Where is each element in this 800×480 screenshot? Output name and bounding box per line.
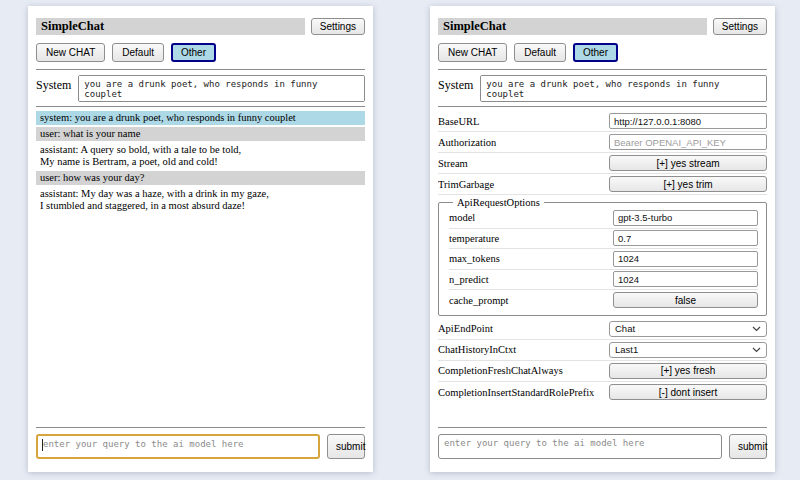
chat-history-select[interactable]: Last1 [609, 342, 767, 358]
temperature-input[interactable] [613, 230, 758, 246]
setting-label: cache_prompt [449, 295, 508, 306]
select-value: Chat [615, 323, 635, 334]
system-prompt-input[interactable]: you are a drunk poet, who responds in fu… [480, 75, 767, 102]
setting-label: Stream [438, 158, 468, 169]
session-button-default[interactable]: Default [112, 43, 164, 62]
setting-row-trimgarbage: TrimGarbage [+] yes trim [438, 174, 767, 195]
setting-row-max-tokens: max_tokens [449, 249, 758, 270]
session-button-other[interactable]: Other [171, 43, 216, 62]
setting-row-cache-prompt: cache_prompt false [449, 290, 758, 311]
titlebar: SimpleChat Settings [438, 18, 767, 35]
trimgarbage-toggle-button[interactable]: [+] yes trim [609, 176, 767, 192]
chevron-down-icon [752, 326, 761, 332]
chat-message-user: user: what is your name [36, 127, 365, 141]
divider [438, 106, 767, 107]
query-footer: submit [438, 423, 767, 459]
setting-label: max_tokens [449, 253, 500, 264]
system-prompt-input[interactable]: you are a drunk poet, who responds in fu… [78, 75, 365, 102]
fresh-chat-toggle-button[interactable]: [+] yes fresh [609, 363, 767, 379]
setting-row-freshchat: CompletionFreshChatAlways [+] yes fresh [438, 361, 767, 382]
setting-label: CompletionInsertStandardRolePrefix [438, 387, 594, 398]
max-tokens-input[interactable] [613, 251, 758, 267]
divider [438, 427, 767, 428]
setting-row-temperature: temperature [449, 229, 758, 250]
query-input[interactable] [36, 434, 320, 459]
baseurl-input[interactable] [609, 113, 767, 129]
chevron-down-icon [752, 347, 761, 353]
divider [36, 106, 365, 107]
setting-label: CompletionFreshChatAlways [438, 365, 563, 376]
n-predict-input[interactable] [613, 271, 758, 287]
submit-button[interactable]: submit [327, 434, 365, 459]
setting-label: temperature [449, 233, 499, 244]
api-request-options-fieldset: ApiRequestOptions model temperature max_… [438, 197, 767, 316]
setting-label: ApiEndPoint [438, 323, 493, 334]
authorization-input[interactable] [609, 134, 767, 150]
chat-message-system: system: you are a drunk poet, who respon… [36, 111, 365, 125]
system-prompt-label: System [438, 75, 473, 102]
role-prefix-toggle-button[interactable]: [-] dont insert [609, 384, 767, 400]
divider [438, 69, 767, 70]
setting-row-authorization: Authorization [438, 132, 767, 153]
setting-row-roleprefix: CompletionInsertStandardRolePrefix [-] d… [438, 382, 767, 403]
settings-button[interactable]: Settings [311, 18, 365, 35]
setting-label: BaseURL [438, 116, 479, 127]
chat-log: system: you are a drunk poet, who respon… [36, 111, 365, 213]
system-prompt-row: System you are a drunk poet, who respond… [36, 75, 365, 102]
app-title: SimpleChat [36, 18, 305, 35]
system-prompt-label: System [36, 75, 71, 102]
settings-list: BaseURL Authorization Stream [+] yes str… [438, 111, 767, 403]
text-caret [42, 439, 43, 451]
cache-prompt-toggle-button[interactable]: false [613, 292, 758, 308]
setting-row-n-predict: n_predict [449, 270, 758, 291]
new-chat-button[interactable]: New CHAT [438, 43, 507, 62]
new-chat-button[interactable]: New CHAT [36, 43, 105, 62]
setting-row-apiendpoint: ApiEndPoint Chat [438, 319, 767, 340]
stream-toggle-button[interactable]: [+] yes stream [609, 155, 767, 171]
app-title: SimpleChat [438, 18, 707, 35]
session-toolbar: New CHAT Default Other [438, 43, 767, 62]
setting-label: TrimGarbage [438, 179, 494, 190]
chat-message-user: user: how was your day? [36, 171, 365, 185]
divider [36, 69, 365, 70]
api-endpoint-select[interactable]: Chat [609, 321, 767, 337]
setting-label: model [449, 212, 475, 223]
query-footer: submit [36, 423, 365, 459]
session-button-default[interactable]: Default [514, 43, 566, 62]
setting-label: n_predict [449, 274, 489, 285]
api-request-options-legend: ApiRequestOptions [453, 197, 544, 208]
submit-button[interactable]: submit [729, 434, 767, 459]
setting-label: Authorization [438, 137, 496, 148]
setting-row-chathistory: ChatHistoryInCtxt Last1 [438, 340, 767, 361]
setting-row-model: model [449, 208, 758, 229]
setting-row-baseurl: BaseURL [438, 111, 767, 132]
chat-message-assistant: assistant: A query so bold, with a tale … [36, 143, 365, 169]
settings-button[interactable]: Settings [713, 18, 767, 35]
divider [36, 427, 365, 428]
titlebar: SimpleChat Settings [36, 18, 365, 35]
chat-message-assistant: assistant: My day was a haze, with a dri… [36, 187, 365, 213]
session-toolbar: New CHAT Default Other [36, 43, 365, 62]
select-value: Last1 [615, 344, 638, 355]
system-prompt-row: System you are a drunk poet, who respond… [438, 75, 767, 102]
model-input[interactable] [613, 210, 758, 226]
session-button-other[interactable]: Other [573, 43, 618, 62]
query-input[interactable] [438, 434, 722, 459]
setting-label: ChatHistoryInCtxt [438, 344, 516, 355]
chat-panel: SimpleChat Settings New CHAT Default Oth… [28, 6, 373, 472]
settings-panel: SimpleChat Settings New CHAT Default Oth… [430, 6, 775, 472]
setting-row-stream: Stream [+] yes stream [438, 153, 767, 174]
